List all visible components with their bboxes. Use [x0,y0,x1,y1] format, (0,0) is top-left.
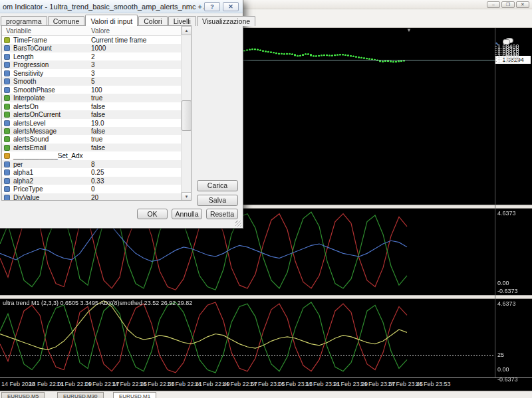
reset-button[interactable]: Resetta [206,209,238,219]
chart-shift-marker-icon: ▼ [406,27,412,33]
double-type-icon [4,169,10,175]
param-row-smoothphase[interactable]: SmoothPhase100 [2,86,181,94]
cancel-button[interactable]: Annulla [172,209,202,219]
table-scrollbar[interactable]: ▲ ▼ [181,26,191,201]
param-value: 2 [91,53,95,60]
param-row-set-adx[interactable]: ____________Set_Adx [2,151,181,160]
param-value: 8 [91,161,95,168]
subwindow2-axis-label: -0.6373 [497,376,518,383]
param-row-alertssound[interactable]: alertsSoundtrue [2,135,181,144]
indicator-subwindow-2[interactable] [0,299,495,377]
int-type-icon [4,62,10,68]
enum-type-icon [4,37,10,43]
resize-grip-icon[interactable] [235,221,241,227]
scrollbar-thumb[interactable] [182,100,192,131]
param-value: Current time frame [91,37,146,44]
param-name: PriceType [13,185,43,193]
param-row-sensitivity[interactable]: Sensitivity3 [2,69,181,78]
param-row-alpha1[interactable]: alpha10.25 [2,168,181,177]
tab-programma[interactable]: programma [1,16,47,26]
dialog-tabstrip: programmaComuneValori di inputColoriLive… [1,15,240,26]
param-value: false [91,144,105,151]
tab-livelli[interactable]: Livelli [168,16,196,26]
param-name: per [13,161,23,168]
minimize-icon[interactable]: – [487,1,500,8]
save-button[interactable]: Salva [197,195,238,206]
tab-visualizzazione[interactable]: Visualizzazione [197,16,255,26]
subwindow1-axis-label: 0.00 [497,280,509,286]
param-row-interpolate[interactable]: Interpolatetrue [2,94,181,102]
tab-comune[interactable]: Comune [48,16,85,26]
table-rows: TimeFrameCurrent time frameBarsToCount10… [2,36,181,201]
chart-tab-eurusd-m30[interactable]: EURUSD,M30 [57,392,104,398]
dialog-close-icon[interactable]: ✕ [223,2,239,11]
chat-icon[interactable] [505,38,513,43]
bool-type-icon [4,112,10,118]
param-value: 19.0 [91,120,104,127]
param-row-barstocount[interactable]: BarsToCount1000 [2,44,181,52]
column-header-variable: Variabile [6,27,31,35]
param-row-pricetype[interactable]: PriceType0 [2,185,181,193]
param-name: ____________Set_Adx [13,152,83,159]
param-value: 3 [91,70,95,77]
chart-tab-eurusd-m5[interactable]: EURUSD,M5 [1,392,45,398]
double-type-icon [4,120,10,126]
subwindow2-axis-label: 25 [497,351,504,358]
tab-colori[interactable]: Colori [138,16,167,26]
load-button[interactable]: Carica [197,180,238,191]
restore-icon[interactable]: ❐ [501,1,515,8]
time-axis-label: 14 Feb 23:53 [416,381,451,387]
param-row-per[interactable]: per8 [2,160,181,169]
int-type-icon [4,70,10,76]
chart-tab-eurusd-m1[interactable]: EURUSD,M1 [113,392,156,398]
param-name: alpha2 [13,177,33,185]
param-name: alertsEmail [13,144,46,151]
price-tick [495,52,497,53]
int-type-icon [4,54,10,60]
double-type-icon [4,178,10,184]
price-tick [495,50,497,51]
param-row-smooth[interactable]: Smooth5 [2,77,181,86]
close-icon[interactable]: ✕ [516,1,529,8]
param-name: alertsOnCurrent [13,111,61,118]
help-icon[interactable]: ? [204,2,220,11]
subwindow2-axis-label: 4.6373 [497,300,516,307]
tab-valori-di-input[interactable]: Valori di input [85,15,138,26]
ok-button[interactable]: OK [137,209,168,219]
param-row-length[interactable]: Length2 [2,52,181,61]
param-name: Interpolate [13,94,45,102]
param-row-alertsoncurrent[interactable]: alertsOnCurrentfalse [2,110,181,119]
param-row-alertslevel[interactable]: alertsLevel19.0 [2,119,181,128]
param-value: true [91,136,102,143]
param-row-alertsemail[interactable]: alertsEmailfalse [2,144,181,152]
scroll-up-icon[interactable]: ▲ [182,26,192,35]
param-name: Sensitivity [13,70,43,77]
param-name: alertsSound [13,136,49,143]
int-type-icon [4,161,10,167]
param-row-divvalue[interactable]: DivValue20 [2,193,181,201]
price-tick [495,47,497,47]
param-value: false [91,128,105,135]
param-row-alertson[interactable]: alertsOnfalse [2,102,181,111]
chart-tab-bar: EURUSD,M5EURUSD,M30EURUSD,M1 [0,391,532,398]
param-value: 20 [91,194,98,201]
param-value: 100 [91,86,102,94]
param-name: SmoothPhase [13,86,55,94]
int-type-icon [4,78,10,84]
param-row-alpha2[interactable]: alpha20.33 [2,177,181,185]
param-value: false [91,103,105,110]
table-header: Variabile Valore [2,26,191,36]
price-tick [495,49,497,49]
int-type-icon [4,45,10,51]
price-axis-label: 1.08285 [497,58,519,64]
price-tick [495,58,497,58]
scroll-down-icon[interactable]: ▼ [182,192,192,201]
param-value: true [91,94,102,102]
price-tick [495,54,497,55]
param-row-timeframe[interactable]: TimeFrameCurrent time frame [2,36,181,45]
param-row-progression[interactable]: Progression3 [2,60,181,69]
param-name: alpha1 [13,169,33,176]
param-row-alertsmessage[interactable]: alertsMessagefalse [2,127,181,136]
param-value: 3 [91,61,95,68]
bool-type-icon [4,136,10,142]
